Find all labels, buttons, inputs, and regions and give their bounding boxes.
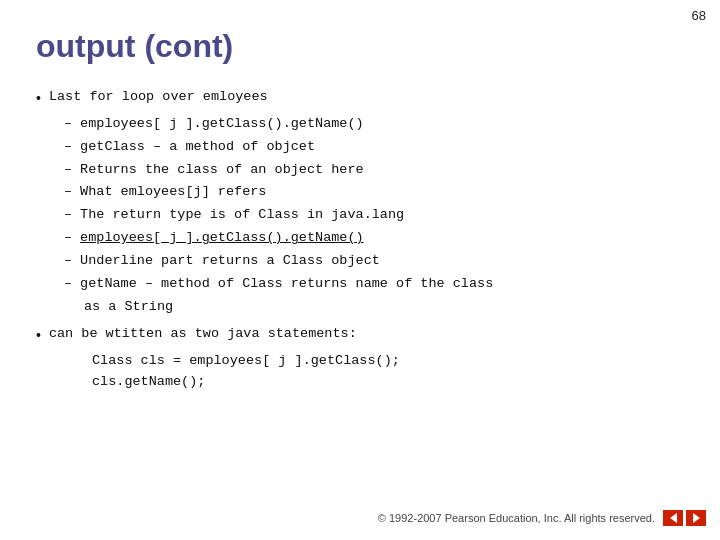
dash-2: – xyxy=(64,137,72,158)
bullet-1: • Last for loop over emloyees xyxy=(36,87,684,110)
sub-text-7: Underline part returns a Class object xyxy=(80,251,380,272)
sub-item-2: – getClass – a method of objcet xyxy=(64,137,684,158)
next-button[interactable] xyxy=(686,510,706,526)
code-line-1: Class cls = employees[ j ].getClass(); xyxy=(92,351,684,372)
sub-item-5: – The return type is of Class in java.la… xyxy=(64,205,684,226)
dash-8: – xyxy=(64,274,72,295)
bullet-1-text: Last for loop over emloyees xyxy=(49,87,268,108)
content-area: • Last for loop over emloyees – employee… xyxy=(36,87,684,393)
sub-text-2: getClass – a method of objcet xyxy=(80,137,315,158)
sub-item-6: – employees[ j ].getClass().getName() xyxy=(64,228,684,249)
slide-title: output (cont) xyxy=(36,28,684,65)
bullet-dot-1: • xyxy=(36,88,41,110)
footer-text: © 1992-2007 Pearson Education, Inc. All … xyxy=(378,512,655,524)
sub-text-8: getName – method of Class returns name o… xyxy=(80,274,493,295)
next-arrow-icon xyxy=(693,513,700,523)
nav-buttons xyxy=(663,510,706,526)
sub-item-8: – getName – method of Class returns name… xyxy=(64,274,684,295)
footer: © 1992-2007 Pearson Education, Inc. All … xyxy=(378,510,706,526)
sub-text-4: What emloyees[j] refers xyxy=(80,182,266,203)
page-number: 68 xyxy=(692,8,706,23)
sub-text-1: employees[ j ].getClass().getName() xyxy=(80,114,364,135)
dash-1: – xyxy=(64,114,72,135)
sub-text-6: employees[ j ].getClass().getName() xyxy=(80,228,364,249)
dash-3: – xyxy=(64,160,72,181)
sub-item-1: – employees[ j ].getClass().getName() xyxy=(64,114,684,135)
code-line-2: cls.getName(); xyxy=(92,372,684,393)
sub-item-8-continuation: as a String xyxy=(84,297,684,318)
sub-item-4: – What emloyees[j] refers xyxy=(64,182,684,203)
bullet-2-text: can be wtitten as two java statements: xyxy=(49,324,357,345)
bullet-dot-2: • xyxy=(36,325,41,347)
sub-item-3: – Returns the class of an object here xyxy=(64,160,684,181)
bullet-2: • can be wtitten as two java statements: xyxy=(36,324,684,347)
prev-arrow-icon xyxy=(670,513,677,523)
code-block: Class cls = employees[ j ].getClass(); c… xyxy=(92,351,684,393)
dash-4: – xyxy=(64,182,72,203)
sub-item-7: – Underline part returns a Class object xyxy=(64,251,684,272)
dash-6: – xyxy=(64,228,72,249)
sub-text-3: Returns the class of an object here xyxy=(80,160,364,181)
dash-5: – xyxy=(64,205,72,226)
slide-container: output (cont) • Last for loop over emloy… xyxy=(0,0,720,413)
prev-button[interactable] xyxy=(663,510,683,526)
sub-text-5: The return type is of Class in java.lang xyxy=(80,205,404,226)
sub-list-1: – employees[ j ].getClass().getName() – … xyxy=(64,114,684,318)
dash-7: – xyxy=(64,251,72,272)
